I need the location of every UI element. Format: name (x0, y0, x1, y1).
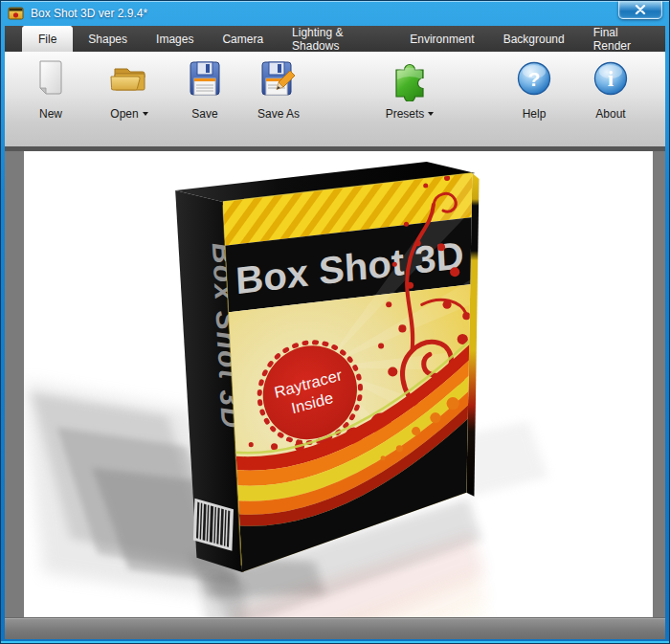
tab-shapes[interactable]: Shapes (75, 26, 141, 52)
close-button[interactable] (618, 1, 662, 19)
app-window: Box Shot 3D ver 2.9.4* File Shapes Image… (0, 0, 670, 644)
tab-camera[interactable]: Camera (209, 26, 277, 52)
open-button[interactable]: Open (91, 57, 168, 121)
save-as-label: Save As (257, 107, 300, 121)
new-document-icon (12, 57, 89, 103)
dropdown-arrow-icon (428, 112, 434, 116)
save-floppy-icon (167, 57, 243, 103)
dropdown-arrow-icon (143, 112, 148, 116)
tab-file[interactable]: File (22, 26, 73, 52)
open-label: Open (110, 107, 138, 121)
tab-environment[interactable]: Environment (396, 26, 487, 52)
save-button[interactable]: Save (167, 57, 243, 121)
save-label: Save (191, 107, 217, 121)
presets-puzzle-icon (371, 57, 448, 103)
presets-button[interactable]: Presets (371, 57, 448, 121)
tab-final-render[interactable]: Final Render (580, 26, 664, 52)
help-button[interactable]: ? Help (496, 57, 572, 121)
tab-lighting-shadows[interactable]: Lighting & Shadows (279, 26, 394, 52)
save-as-floppy-pencil-icon (240, 57, 317, 103)
tab-bar: File Shapes Images Camera Lighting & Sha… (5, 26, 665, 52)
open-folder-icon (91, 57, 168, 103)
app-icon (8, 6, 25, 21)
new-label: New (39, 107, 62, 121)
tab-background[interactable]: Background (490, 26, 578, 52)
svg-text:i: i (608, 67, 614, 91)
about-label: About (595, 107, 625, 121)
title-bar: Box Shot 3D ver 2.9.4* (5, 1, 665, 26)
about-info-icon: i (572, 57, 649, 103)
help-label: Help (523, 107, 547, 121)
render-viewport[interactable]: Box Shot 3D (24, 151, 653, 617)
toolbar: New Open (5, 52, 665, 146)
new-button[interactable]: New (12, 57, 89, 121)
save-as-button[interactable]: Save As (240, 57, 317, 121)
svg-text:?: ? (528, 68, 541, 90)
workspace: Box Shot 3D (5, 151, 665, 617)
tab-images[interactable]: Images (143, 26, 207, 52)
close-icon (635, 5, 646, 14)
window-title: Box Shot 3D ver 2.9.4* (31, 7, 147, 20)
help-icon: ? (496, 57, 572, 103)
status-bar (5, 617, 665, 639)
about-button[interactable]: i About (572, 57, 649, 121)
presets-label: Presets (386, 107, 425, 121)
